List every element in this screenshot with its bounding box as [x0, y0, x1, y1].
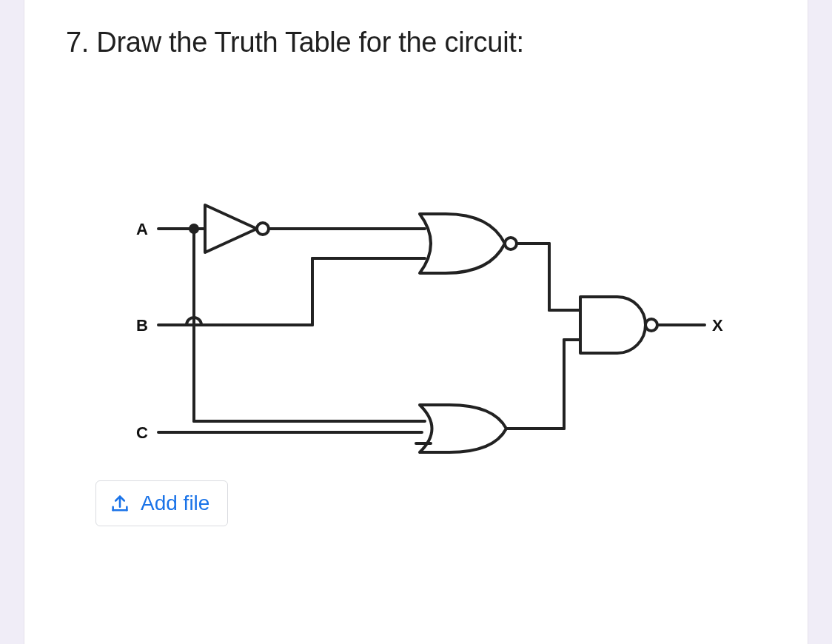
question-prompt: Draw the Truth Table for the circuit: [96, 27, 523, 58]
nand-gate-icon [580, 297, 657, 353]
upload-icon [110, 493, 130, 514]
question-card: 7. Draw the Truth Table for the circuit:… [24, 0, 808, 644]
add-file-button[interactable]: Add file [95, 480, 228, 526]
svg-point-19 [645, 319, 657, 331]
svg-point-12 [505, 238, 517, 249]
input-label-b: B [136, 316, 148, 335]
svg-point-1 [257, 223, 269, 235]
output-label-x: X [712, 316, 723, 335]
or-gate-icon [420, 405, 506, 452]
not-gate-icon [205, 205, 257, 252]
nor-gate-icon [420, 214, 517, 273]
circuit-svg [90, 81, 742, 466]
add-file-label: Add file [141, 492, 209, 515]
circuit-diagram: A B C X [90, 81, 742, 466]
question-number: 7. [66, 27, 89, 58]
question-title: 7. Draw the Truth Table for the circuit: [66, 27, 766, 58]
input-label-c: C [136, 423, 148, 443]
input-label-a: A [136, 220, 148, 239]
